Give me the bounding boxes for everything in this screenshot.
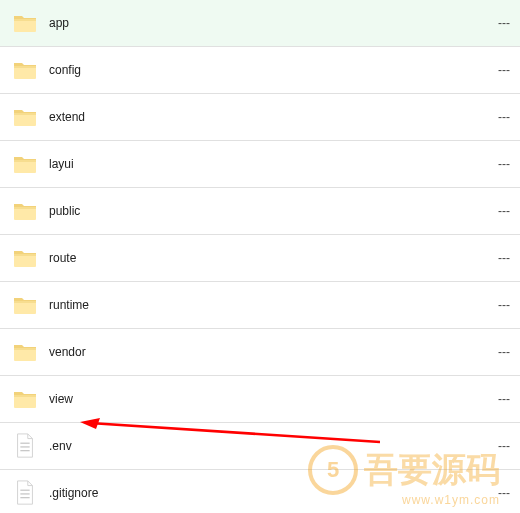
file-name: runtime (47, 298, 470, 312)
svg-rect-17 (14, 395, 36, 397)
folder-icon (12, 198, 38, 224)
file-row[interactable]: vendor --- (0, 329, 520, 376)
file-row[interactable]: app --- (0, 0, 520, 47)
svg-rect-11 (14, 254, 36, 256)
folder-icon (12, 292, 38, 318)
file-size: --- (470, 110, 510, 124)
file-name: .gitignore (47, 486, 470, 500)
folder-icon (12, 339, 38, 365)
folder-icon (12, 104, 38, 130)
file-row[interactable]: .env --- (0, 423, 520, 470)
file-name: public (47, 204, 470, 218)
folder-icon (12, 57, 38, 83)
svg-rect-5 (14, 113, 36, 115)
file-size: --- (470, 392, 510, 406)
file-name: route (47, 251, 470, 265)
file-size: --- (470, 251, 510, 265)
file-row[interactable]: route --- (0, 235, 520, 282)
file-icon (12, 433, 38, 459)
file-name: extend (47, 110, 470, 124)
svg-rect-9 (14, 207, 36, 209)
file-name: layui (47, 157, 470, 171)
svg-rect-3 (14, 66, 36, 68)
file-name: view (47, 392, 470, 406)
file-size: --- (470, 345, 510, 359)
folder-icon (12, 386, 38, 412)
file-row[interactable]: config --- (0, 47, 520, 94)
svg-rect-15 (14, 348, 36, 350)
file-row[interactable]: layui --- (0, 141, 520, 188)
file-row[interactable]: view --- (0, 376, 520, 423)
file-list: app --- config --- extend --- layui --- … (0, 0, 520, 513)
file-row[interactable]: public --- (0, 188, 520, 235)
file-row[interactable]: runtime --- (0, 282, 520, 329)
file-icon (12, 480, 38, 506)
file-size: --- (470, 63, 510, 77)
file-name: .env (47, 439, 470, 453)
file-name: vendor (47, 345, 470, 359)
file-row[interactable]: .gitignore --- (0, 470, 520, 513)
folder-icon (12, 151, 38, 177)
file-size: --- (470, 157, 510, 171)
folder-icon (12, 10, 38, 36)
file-name: config (47, 63, 470, 77)
folder-icon (12, 245, 38, 271)
file-size: --- (470, 439, 510, 453)
file-row[interactable]: extend --- (0, 94, 520, 141)
file-name: app (47, 16, 470, 30)
file-size: --- (470, 298, 510, 312)
file-size: --- (470, 486, 510, 500)
file-size: --- (470, 16, 510, 30)
svg-rect-13 (14, 301, 36, 303)
file-size: --- (470, 204, 510, 218)
svg-rect-1 (14, 19, 36, 21)
svg-rect-7 (14, 160, 36, 162)
